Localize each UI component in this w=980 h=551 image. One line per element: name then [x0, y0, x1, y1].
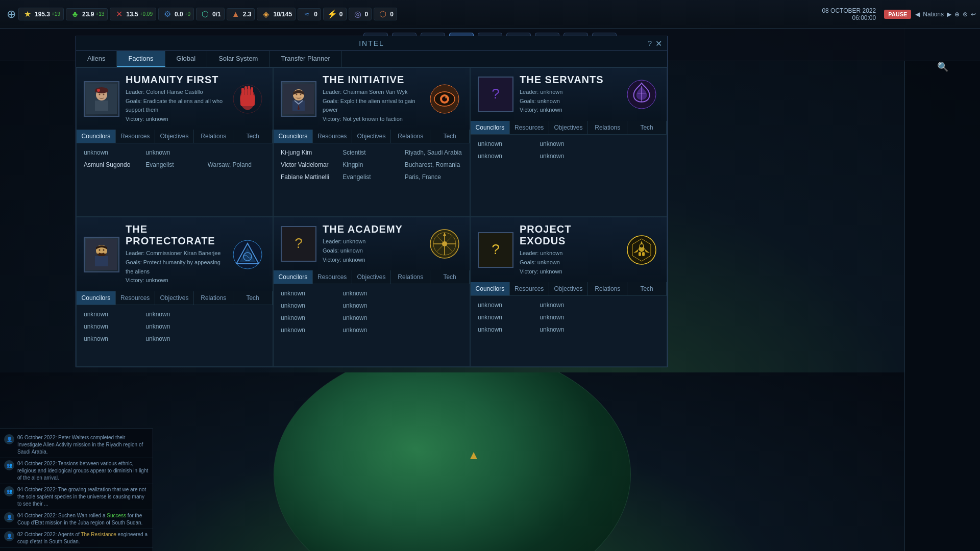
missions-value: 10/145	[273, 11, 292, 18]
faction-serv-tab-relations[interactable]: Relations	[588, 121, 627, 134]
faction-acad-tab-objectives[interactable]: Objectives	[352, 270, 391, 284]
faction-serv-tab-tech[interactable]: Tech	[627, 121, 667, 134]
faction-prot-tab-relations[interactable]: Relations	[194, 291, 233, 305]
faction-servants: ? THE SERVANTS Leader: unknown Goals: un…	[470, 67, 667, 217]
tab-global[interactable]: Global	[165, 51, 208, 67]
svg-point-18	[300, 93, 302, 95]
svg-rect-31	[95, 256, 108, 266]
faction-acad-tab-resources[interactable]: Resources	[313, 270, 352, 284]
faction-exod-content: unknown unknown unknown unknown unknown …	[471, 296, 667, 357]
svg-text:?: ?	[295, 235, 303, 251]
faction-hf-info: HUMANITY FIRST Leader: Colonel Hanse Cas…	[126, 74, 224, 123]
hud-stat-engineering: ⚙ 0.0 +0	[158, 8, 194, 20]
faction-hf-tab-objectives[interactable]: Objectives	[155, 130, 194, 143]
gear-value: 0	[365, 11, 369, 18]
faction-exod-tab-resources[interactable]: Resources	[510, 282, 549, 295]
svg-rect-49	[639, 252, 641, 256]
faction-prot-victory: Victory: unknown	[126, 276, 224, 285]
search-icon[interactable]: 🔍	[937, 61, 948, 72]
faction-exod-tabs: Councilors Resources Objectives Relation…	[471, 282, 667, 296]
faction-prot-tab-objectives[interactable]: Objectives	[155, 291, 194, 305]
faction-hf-tab-relations[interactable]: Relations	[194, 130, 233, 143]
svg-rect-5	[95, 101, 108, 111]
faction-prot-tab-resources[interactable]: Resources	[116, 291, 155, 305]
faction-serv-info: THE SERVANTS Leader: unknown Goals: unkn…	[520, 74, 618, 115]
faction-serv-tab-councilors[interactable]: Councilors	[471, 121, 510, 134]
faction-init-tabs: Councilors Resources Objectives Relation…	[274, 130, 470, 143]
faction-acad-name: THE ACADEMY	[323, 223, 421, 235]
news-icon-2: 👥	[4, 460, 14, 470]
faction-exod-header: ? PROJECT EXODUS Leader: unknown Goals: …	[471, 217, 667, 282]
news-item-3: 👥 04 October 2022: The growing realizati…	[0, 484, 153, 510]
faction-init-tab-resources[interactable]: Resources	[313, 130, 352, 143]
faction-hf-cell-2-2: Evangelist	[143, 159, 205, 171]
nations-label: Nations	[923, 11, 944, 18]
tab-transfer-planner[interactable]: Transfer Planner	[270, 51, 341, 67]
globe-marker	[470, 452, 477, 459]
faction-serv-tab-resources[interactable]: Resources	[510, 121, 549, 134]
faction-init-row-1: Ki-jung Kim Scientist Riyadh, Saudi Arab…	[279, 146, 464, 159]
food-value: 23.9	[82, 11, 94, 18]
faction-exod-tab-councilors[interactable]: Councilors	[471, 282, 510, 295]
faction-hf-goals: Goals: Eradicate the aliens and all who …	[126, 97, 224, 115]
faction-acad-victory: Victory: unknown	[323, 256, 421, 265]
food-delta: +13	[95, 11, 104, 17]
faction-prot-tabs: Councilors Resources Objectives Relation…	[77, 291, 273, 305]
pause-button[interactable]: PAUSE	[884, 10, 911, 19]
faction-acad-tab-tech[interactable]: Tech	[430, 270, 470, 284]
faction-protectorate: THE PROTECTORATE Leader: Commissioner Ki…	[76, 217, 273, 366]
faction-init-tab-relations[interactable]: Relations	[391, 130, 430, 143]
tab-aliens[interactable]: Aliens	[76, 51, 117, 67]
hud-stat-population: ▲ 2.3	[227, 8, 255, 20]
faction-serv-tab-objectives[interactable]: Objectives	[549, 121, 589, 134]
faction-prot-logo	[230, 237, 265, 272]
hud-bar: ⊕ ★ 195.3 +19 ♣ 23.9 +13 ✕ 13.5 +0.09 ⚙ …	[0, 0, 980, 29]
faction-exod-tab-objectives[interactable]: Objectives	[549, 282, 589, 295]
faction-prot-info: THE PROTECTORATE Leader: Commissioner Ki…	[126, 223, 224, 285]
faction-serv-header: ? THE SERVANTS Leader: unknown Goals: un…	[471, 68, 667, 121]
faction-acad-logo	[427, 226, 462, 262]
next-nation-btn[interactable]: ▶	[947, 11, 951, 18]
svg-point-51	[640, 244, 644, 248]
hud-stat-fire: ⚡ 0	[323, 8, 347, 20]
faction-init-name: THE INITIATIVE	[323, 74, 421, 86]
faction-hf-header: HUMANITY FIRST Leader: Colonel Hanse Cas…	[77, 68, 273, 130]
agent-value: 0/1	[212, 11, 221, 18]
faction-acad-tab-councilors[interactable]: Councilors	[274, 270, 313, 284]
nations-cancel-btn[interactable]: ⊗	[963, 11, 968, 18]
faction-init-tab-objectives[interactable]: Objectives	[352, 130, 391, 143]
faction-hf-tab-resources[interactable]: Resources	[116, 130, 155, 143]
faction-hf-tab-councilors[interactable]: Councilors	[77, 130, 116, 143]
hud-stat-agent: ⬡ 0/1	[196, 8, 225, 20]
faction-serv-content: unknown unknown unknown unknown	[471, 135, 667, 196]
gear-icon: ◎	[352, 9, 363, 19]
hud-stat-gear: ◎ 0	[349, 8, 372, 20]
tab-solar-system[interactable]: Solar System	[207, 51, 270, 67]
modal-help-btn[interactable]: ?	[648, 39, 653, 47]
nations-skip-btn[interactable]: ↩	[971, 11, 976, 18]
faction-hf-tab-tech[interactable]: Tech	[233, 130, 273, 143]
tab-factions[interactable]: Factions	[117, 51, 165, 67]
hud-stat-alien: ✕ 13.5 +0.09	[110, 8, 156, 20]
modal-close-btn[interactable]: ✕	[655, 39, 663, 48]
faction-exod-tab-relations[interactable]: Relations	[588, 282, 627, 295]
prev-nation-btn[interactable]: ◀	[915, 11, 920, 18]
faction-exod-info: PROJECT EXODUS Leader: unknown Goals: un…	[520, 223, 618, 276]
faction-init-tab-tech[interactable]: Tech	[430, 130, 470, 143]
faction-hf-row-1: unknown unknown	[82, 146, 267, 159]
news-text-4: 04 October 2022: Suchen Wan rolled a Suc…	[17, 512, 149, 527]
faction-exod-tab-tech[interactable]: Tech	[627, 282, 667, 295]
svg-text:?: ?	[492, 241, 500, 257]
nations-fast-btn[interactable]: ⊕	[954, 11, 960, 18]
faction-hf-row-2: Asmuni Sugondo Evangelist Warsaw, Poland	[82, 159, 267, 171]
faction-init-content: Ki-jung Kim Scientist Riyadh, Saudi Arab…	[274, 143, 470, 205]
svg-rect-11	[248, 86, 250, 96]
faction-init-tab-councilors[interactable]: Councilors	[274, 130, 313, 143]
menu-icon[interactable]: ⊕	[4, 7, 18, 21]
food-icon: ♣	[69, 10, 81, 19]
faction-acad-tab-relations[interactable]: Relations	[391, 270, 430, 284]
faction-prot-tab-tech[interactable]: Tech	[233, 291, 273, 305]
svg-rect-13	[240, 95, 255, 106]
hud-stat-group: ⬡ 0	[374, 8, 397, 20]
faction-prot-tab-councilors[interactable]: Councilors	[77, 291, 116, 305]
